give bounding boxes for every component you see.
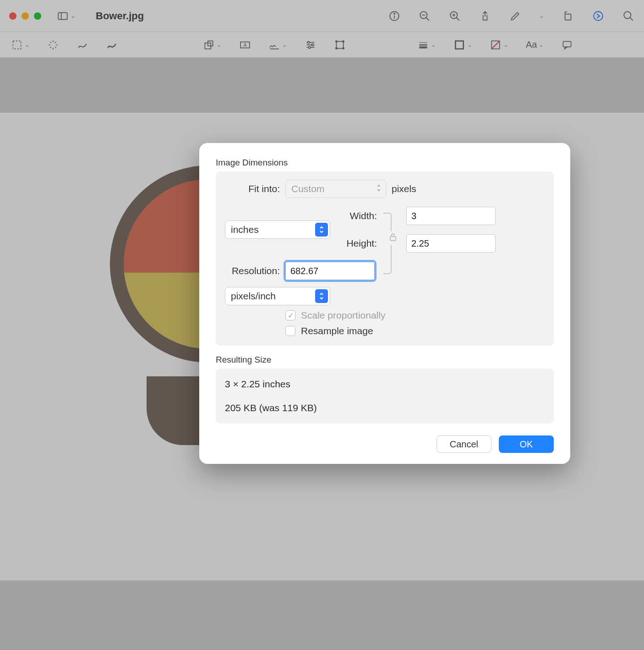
shapes-icon[interactable]: ⌄ xyxy=(203,39,222,51)
svg-text:A: A xyxy=(243,42,247,48)
result-panel: 3 × 2.25 inches 205 KB (was 119 KB) xyxy=(216,369,554,424)
scale-proportionally-label: Scale proportionally xyxy=(301,310,385,321)
share-icon[interactable] xyxy=(479,10,491,22)
svg-point-27 xyxy=(309,46,311,48)
highlight-circle-icon[interactable] xyxy=(592,10,605,22)
height-input[interactable] xyxy=(406,234,496,253)
zoom-out-icon[interactable] xyxy=(418,10,431,22)
fit-into-select[interactable]: Custom xyxy=(285,180,386,198)
updown-icon xyxy=(376,183,382,194)
size-unit-value: inches xyxy=(231,224,259,235)
svg-point-13 xyxy=(594,11,603,21)
svg-line-38 xyxy=(491,41,499,49)
svg-line-9 xyxy=(456,17,459,21)
lock-icon xyxy=(389,231,397,245)
draw-icon[interactable] xyxy=(106,39,118,51)
resample-image-checkbox[interactable] xyxy=(285,326,295,336)
aspect-lock[interactable] xyxy=(382,204,401,282)
updown-icon xyxy=(315,223,328,237)
magic-wand-icon[interactable] xyxy=(47,39,59,51)
ok-button[interactable]: OK xyxy=(499,435,554,453)
font-style-icon[interactable]: Aa⌄ xyxy=(526,39,544,50)
sidebar-toggle-button[interactable]: ⌄ xyxy=(57,10,76,22)
info-icon[interactable] xyxy=(388,10,401,22)
resolution-unit-value: pixels/inch xyxy=(231,291,276,302)
minimize-window-button[interactable] xyxy=(22,12,29,20)
section-dimensions-label: Image Dimensions xyxy=(216,158,554,168)
window-titlebar: ⌄ Bower.jpg ⌄ xyxy=(0,0,644,32)
width-input[interactable] xyxy=(406,207,496,225)
maximize-window-button[interactable] xyxy=(34,12,41,20)
fill-color-icon[interactable]: ⌄ xyxy=(490,39,508,51)
document-title: Bower.jpg xyxy=(96,10,144,22)
fit-into-unit: pixels xyxy=(392,183,416,194)
resolution-input[interactable] xyxy=(285,262,375,280)
width-label: Width: xyxy=(285,210,377,221)
svg-point-25 xyxy=(308,41,310,43)
scale-proportionally-row: Scale proportionally xyxy=(285,310,521,321)
sketch-icon[interactable] xyxy=(76,39,88,51)
svg-point-26 xyxy=(311,44,313,45)
svg-rect-36 xyxy=(455,41,463,49)
svg-rect-12 xyxy=(565,14,571,20)
resolution-unit-select[interactable]: pixels/inch xyxy=(225,287,330,305)
scale-proportionally-checkbox xyxy=(285,310,295,320)
svg-line-6 xyxy=(426,17,429,21)
svg-point-30 xyxy=(343,40,344,42)
selection-tool[interactable]: ⌄ xyxy=(11,39,30,51)
updown-icon xyxy=(315,289,328,303)
close-window-button[interactable] xyxy=(9,12,16,20)
size-unit-select[interactable]: inches xyxy=(225,220,330,239)
height-label: Height: xyxy=(285,238,377,249)
rotate-icon[interactable] xyxy=(562,10,574,22)
svg-point-29 xyxy=(336,40,337,42)
speech-bubble-icon[interactable] xyxy=(561,39,573,51)
svg-point-14 xyxy=(624,11,631,18)
svg-rect-28 xyxy=(336,41,343,48)
chevron-down-icon: ⌄ xyxy=(71,12,76,19)
svg-point-31 xyxy=(336,47,337,49)
resample-image-label: Resample image xyxy=(301,325,373,336)
sliders-icon[interactable] xyxy=(305,39,317,51)
signature-icon[interactable]: ⌄ xyxy=(268,39,287,51)
result-filesize: 205 KB (was 119 KB) xyxy=(225,402,545,413)
svg-point-4 xyxy=(394,13,395,14)
pencil-icon[interactable] xyxy=(509,10,522,22)
svg-rect-16 xyxy=(13,41,21,49)
svg-rect-0 xyxy=(58,12,67,19)
svg-line-15 xyxy=(630,17,633,21)
dimensions-panel: Fit into: Custom pixels Width: inches xyxy=(216,171,554,346)
line-thickness-icon[interactable]: ⌄ xyxy=(417,39,436,51)
adjust-size-dialog: Image Dimensions Fit into: Custom pixels… xyxy=(199,143,570,464)
format-toolbar: ⌄ ⌄ A ⌄ ⌄ ⌄ ⌄ Aa⌄ xyxy=(0,32,644,58)
fit-into-value: Custom xyxy=(291,183,324,194)
section-result-label: Resulting Size xyxy=(216,355,554,365)
svg-point-32 xyxy=(343,47,344,49)
resolution-label: Resolution: xyxy=(225,265,280,276)
svg-rect-40 xyxy=(390,237,396,241)
svg-rect-39 xyxy=(563,41,571,47)
resample-image-row[interactable]: Resample image xyxy=(285,325,521,336)
chevron-down-icon[interactable]: ⌄ xyxy=(539,12,544,19)
crop-icon[interactable] xyxy=(334,39,346,51)
search-icon[interactable] xyxy=(622,10,635,22)
zoom-in-icon[interactable] xyxy=(448,10,461,22)
cancel-button[interactable]: Cancel xyxy=(437,435,491,453)
result-dimensions: 3 × 2.25 inches xyxy=(225,379,545,390)
text-box-icon[interactable]: A xyxy=(239,39,251,51)
svg-rect-18 xyxy=(208,41,213,46)
fit-into-label: Fit into: xyxy=(225,183,280,194)
window-controls xyxy=(9,12,41,20)
stroke-color-icon[interactable]: ⌄ xyxy=(453,39,472,51)
